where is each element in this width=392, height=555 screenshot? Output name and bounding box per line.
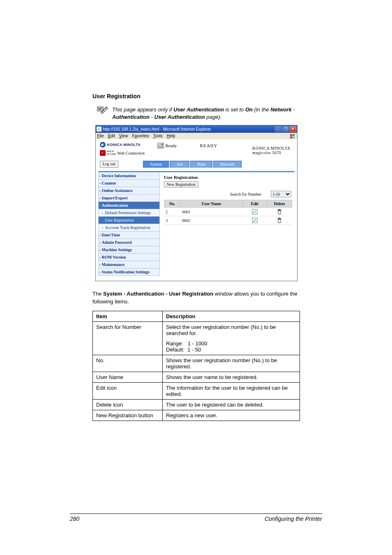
cell-name: 0002 <box>180 216 242 225</box>
sidebar-user-registration[interactable]: User Registration <box>98 217 160 224</box>
table-row: 3 0002 <box>164 216 292 225</box>
search-label: Search for Number <box>230 192 261 197</box>
note-sep-1: - <box>292 106 295 113</box>
page-number: 280 <box>70 516 79 522</box>
note-txt-2: is set to <box>224 106 245 113</box>
menubar: File Edit View Favorites Tools Help <box>96 133 297 139</box>
desc-edit: The information for the user to be regis… <box>163 383 300 400</box>
col-username: User Name <box>180 200 242 208</box>
col-delete: Delete <box>267 200 292 208</box>
new-registration-button[interactable]: New Registration <box>164 181 198 187</box>
sidebar-device-info[interactable]: Device Information <box>98 172 160 180</box>
menu-edit[interactable]: Edit <box>108 134 115 139</box>
item-search: Search for Number <box>93 322 163 355</box>
menu-tools[interactable]: Tools <box>153 134 163 139</box>
logout-button[interactable]: Log out <box>100 161 118 168</box>
titlebar: e http://192.168.1.2/a_index.html - Micr… <box>96 125 297 133</box>
tabs-row: Log out System Job Print Network <box>96 159 297 171</box>
main-panel: User Registration New Registration Searc… <box>160 171 295 277</box>
desc-username: Shows the user name to be registered. <box>163 372 300 383</box>
body-pre: The <box>92 291 103 297</box>
note-row: This page appears only if User Authentic… <box>92 105 300 121</box>
note-bold-5: User Authentication <box>154 114 205 120</box>
pagescope-badge-icon: P <box>100 150 106 156</box>
svg-rect-1 <box>293 134 295 136</box>
sidebar-rom-version[interactable]: ROM Version <box>98 254 160 261</box>
page-footer: 280 Configuring the Printer <box>70 513 322 522</box>
item-username: User Name <box>93 372 163 383</box>
item-delete: Delete icon <box>93 400 163 410</box>
close-button[interactable]: ✕ <box>290 126 296 132</box>
ready-small: Ready <box>166 143 177 148</box>
th-desc: Description <box>163 311 300 322</box>
item-no: No. <box>93 355 163 372</box>
minimize-button[interactable]: – <box>275 126 281 132</box>
sidebar-counter[interactable]: Counter <box>98 180 160 187</box>
svg-rect-3 <box>293 136 295 139</box>
note-txt-3: (in the <box>253 106 270 113</box>
note-bold-2: On <box>245 106 253 113</box>
sidebar-machine-settings[interactable]: Machine Settings <box>98 246 160 254</box>
browser-window: e http://192.168.1.2/a_index.html - Micr… <box>95 125 297 281</box>
sidebar-date-time[interactable]: Date/Time <box>98 231 160 239</box>
trash-icon[interactable] <box>267 216 292 225</box>
menu-favorites[interactable]: Favorites <box>132 134 149 139</box>
svg-rect-0 <box>290 134 292 136</box>
desc-search-range: Range: 1 - 1000 <box>166 340 296 347</box>
sidebar: Device Information Counter Online Assist… <box>98 171 160 277</box>
note-bold-4: Authentication <box>112 114 150 120</box>
desc-delete: The user to be registered can be deleted… <box>163 400 300 410</box>
desc-search-1: Select the user registration number (No.… <box>166 324 296 336</box>
titlebar-text: http://192.168.1.2/a_index.html - Micros… <box>103 127 211 132</box>
model-name: magicolor 5670 <box>252 150 290 155</box>
sidebar-status-notification[interactable]: Status Notification Settings <box>98 268 160 276</box>
sidebar-admin-password[interactable]: Admin Password <box>98 239 160 246</box>
desc-newreg: Registers a new user. <box>163 410 300 421</box>
webconn-text: Web Connection <box>117 151 145 155</box>
sidebar-maintenance[interactable]: Maintenance <box>98 261 160 268</box>
tab-network[interactable]: Network <box>213 161 242 168</box>
svg-rect-2 <box>290 136 292 139</box>
search-number-select[interactable]: 1-50 <box>271 191 291 197</box>
description-table: Item Description Search for Number Selec… <box>92 311 300 421</box>
sidebar-online-assistance[interactable]: Online Assistance <box>98 187 160 194</box>
tab-print[interactable]: Print <box>190 161 212 168</box>
item-newreg: New Registration button <box>93 410 163 421</box>
km-globe-icon: ◉ <box>100 142 106 148</box>
edit-icon[interactable] <box>242 208 267 216</box>
ready-big: READY <box>200 143 218 148</box>
tab-system[interactable]: System <box>143 161 169 168</box>
maximize-button[interactable]: ❐ <box>282 126 289 132</box>
edit-icon[interactable] <box>242 216 267 225</box>
note-text: This page appears only if User Authentic… <box>112 105 300 121</box>
body-bold: System - Authentication - User Registrat… <box>103 291 213 297</box>
menu-help[interactable]: Help <box>167 134 175 139</box>
footer-section: Configuring the Printer <box>265 516 322 522</box>
panel-title: User Registration <box>164 175 292 180</box>
windows-flag-icon <box>290 134 295 139</box>
desc-search: Select the user registration number (No.… <box>163 322 300 355</box>
tab-job[interactable]: Job <box>170 161 189 168</box>
sidebar-import-export[interactable]: Import/Export <box>98 194 160 202</box>
km-logo: ◉ KONICA MINOLTA <box>100 142 157 148</box>
search-row: Search for Number 1-50 <box>164 191 292 197</box>
desc-no: Shows the user registration number (No.)… <box>163 355 300 372</box>
desc-search-default: Default: 1 - 50 <box>166 347 296 353</box>
menu-view[interactable]: View <box>119 134 128 139</box>
cell-no: 3 <box>164 216 180 225</box>
note-bold-3: Network <box>270 106 291 113</box>
note-txt-1: This page appears only if <box>112 106 173 113</box>
item-edit: Edit icon <box>93 383 163 400</box>
model-brand: KONICA MINOLTA <box>252 146 290 150</box>
sidebar-default-permission[interactable]: Default Permission Settings <box>98 209 160 217</box>
cell-no: 2 <box>164 208 180 216</box>
menu-file[interactable]: File <box>97 134 104 139</box>
user-table: No. User Name Edit Delete 2 0001 <box>164 200 292 225</box>
body-text: The System - Authentication - User Regis… <box>92 290 300 306</box>
ie-icon: e <box>97 127 101 132</box>
trash-icon[interactable] <box>267 208 292 216</box>
sidebar-account-track[interactable]: Account Track Registration <box>98 224 160 231</box>
sidebar-authentication[interactable]: Authentication <box>98 202 160 209</box>
cell-name: 0001 <box>180 208 242 216</box>
section-heading: User Registration <box>92 93 300 99</box>
